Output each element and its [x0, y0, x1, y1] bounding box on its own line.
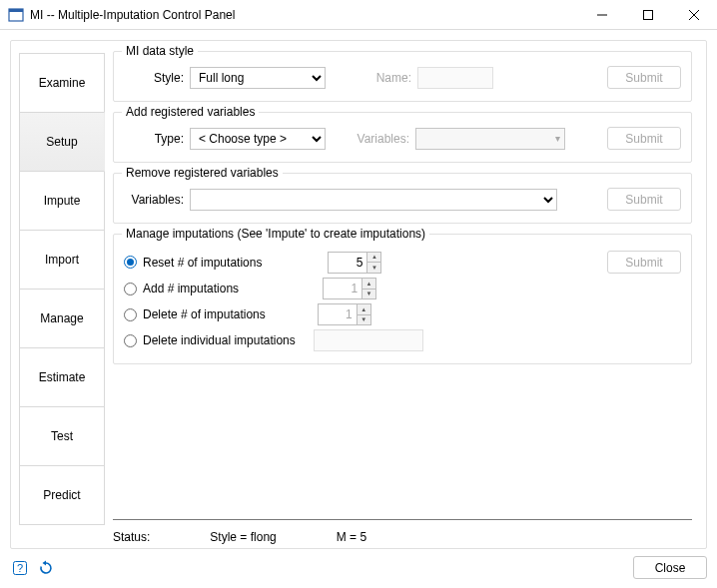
- svg-rect-3: [644, 10, 653, 19]
- tab-predict[interactable]: Predict: [19, 465, 105, 525]
- tab-impute[interactable]: Impute: [19, 171, 105, 231]
- svg-text:?: ?: [17, 562, 23, 574]
- close-window-button[interactable]: [671, 0, 717, 29]
- legend-data-style: MI data style: [122, 44, 198, 58]
- window-title: MI -- Multiple-Imputation Control Panel: [30, 8, 579, 22]
- radio-add[interactable]: Add # imputations: [124, 282, 239, 295]
- style-label: Style:: [124, 71, 184, 85]
- chevron-down-icon: ▾: [555, 133, 560, 144]
- radio-dot-icon: [124, 256, 137, 269]
- group-data-style: MI data style Style: Full long Name: Sub…: [113, 51, 692, 102]
- radio-reset[interactable]: Reset # of imputations: [124, 256, 262, 270]
- radio-dot-icon: [124, 308, 137, 321]
- tab-manage[interactable]: Manage: [19, 289, 105, 348]
- group-manage: Manage imputations (See 'Impute' to crea…: [113, 234, 692, 364]
- radio-reset-label: Reset # of imputations: [143, 256, 262, 270]
- help-icon[interactable]: ?: [10, 558, 30, 578]
- legend-remove-vars: Remove registered variables: [122, 166, 283, 180]
- spin-up-icon[interactable]: ▲: [358, 304, 370, 315]
- app-icon: [8, 7, 24, 23]
- name-label: Name:: [367, 71, 411, 85]
- spin-up-icon[interactable]: ▲: [367, 253, 380, 264]
- title-bar: MI -- Multiple-Imputation Control Panel: [0, 0, 717, 30]
- reset-icon[interactable]: [36, 558, 56, 578]
- radio-delete-label: Delete # of imputations: [143, 307, 266, 321]
- reset-spinner[interactable]: ▲▼: [328, 252, 381, 274]
- add-spinner[interactable]: ▲▼: [323, 278, 376, 299]
- radio-delete-individual-label: Delete individual imputations: [143, 333, 296, 347]
- remove-vars-label: Variables:: [124, 193, 184, 207]
- add-vars-label: Variables:: [352, 132, 409, 146]
- tab-estimate[interactable]: Estimate: [19, 347, 105, 407]
- delete-individual-input[interactable]: [314, 329, 423, 351]
- maximize-button[interactable]: [625, 0, 671, 29]
- type-label: Type:: [124, 132, 184, 146]
- remove-vars-select[interactable]: [190, 189, 557, 211]
- tab-setup[interactable]: Setup: [19, 112, 105, 172]
- minimize-button[interactable]: [579, 0, 625, 29]
- spin-down-icon[interactable]: ▼: [367, 263, 380, 273]
- submit-manage[interactable]: Submit: [607, 251, 681, 274]
- legend-manage: Manage imputations (See 'Impute' to crea…: [122, 227, 429, 241]
- status-style: Style = flong: [210, 530, 276, 544]
- radio-dot-icon: [124, 283, 137, 295]
- footer: ? Close: [0, 549, 717, 578]
- group-add-vars: Add registered variables Type: < Choose …: [113, 112, 692, 163]
- delete-value[interactable]: [319, 304, 357, 324]
- group-remove-vars: Remove registered variables Variables: S…: [113, 173, 692, 224]
- delete-spinner[interactable]: ▲▼: [318, 303, 371, 325]
- status-m: M = 5: [337, 530, 366, 544]
- radio-dot-icon: [124, 334, 137, 347]
- radio-add-label: Add # imputations: [143, 282, 239, 295]
- main-panel: Examine Setup Impute Import Manage Estim…: [10, 40, 707, 549]
- tab-import[interactable]: Import: [19, 230, 105, 290]
- radio-delete-individual[interactable]: Delete individual imputations: [124, 333, 296, 347]
- svg-rect-1: [9, 9, 23, 12]
- status-line: Status: Style = flong M = 5: [113, 519, 692, 544]
- style-select[interactable]: Full long: [190, 67, 326, 89]
- reset-value[interactable]: [329, 253, 366, 273]
- submit-remove-vars[interactable]: Submit: [607, 188, 681, 211]
- close-button[interactable]: Close: [633, 556, 707, 579]
- spin-down-icon[interactable]: ▼: [362, 290, 375, 299]
- tab-examine[interactable]: Examine: [19, 53, 105, 113]
- submit-data-style[interactable]: Submit: [607, 66, 681, 89]
- name-input[interactable]: [417, 67, 493, 89]
- add-value[interactable]: [324, 279, 361, 298]
- tab-strip: Examine Setup Impute Import Manage Estim…: [11, 41, 105, 548]
- legend-add-vars: Add registered variables: [122, 105, 259, 119]
- submit-add-vars[interactable]: Submit: [607, 127, 681, 150]
- window-controls: [579, 0, 717, 29]
- radio-delete[interactable]: Delete # of imputations: [124, 307, 266, 321]
- add-vars-select[interactable]: ▾: [415, 128, 565, 150]
- status-label: Status:: [113, 530, 150, 544]
- tab-test[interactable]: Test: [19, 406, 105, 466]
- spin-up-icon[interactable]: ▲: [362, 279, 375, 290]
- spin-down-icon[interactable]: ▼: [358, 315, 370, 325]
- type-select[interactable]: < Choose type >: [190, 128, 326, 150]
